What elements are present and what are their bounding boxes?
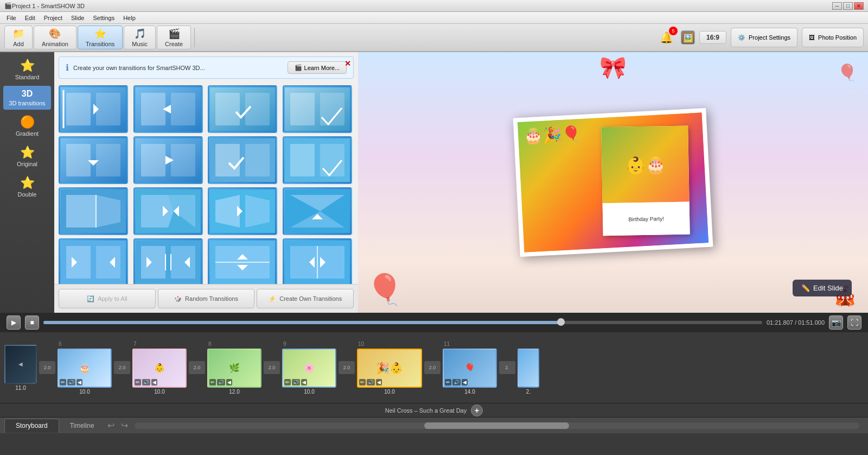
slide-thumbnail[interactable]: 🌿 ✏ 🔊 ◀ bbox=[207, 349, 261, 388]
photo-image: 👶🎂 Birthday Party! 🎂🎉🎈 bbox=[518, 112, 709, 252]
menu-edit[interactable]: Edit bbox=[21, 14, 40, 22]
category-3d[interactable]: 3D 3D transitions bbox=[3, 86, 51, 110]
animation-label: Animation bbox=[42, 41, 68, 47]
transition-connector[interactable]: 2.0 bbox=[264, 361, 280, 374]
svg-rect-20 bbox=[141, 144, 165, 176]
photo-position-button[interactable]: 🖼 Photo Position bbox=[802, 28, 864, 47]
transition-item[interactable] bbox=[133, 85, 203, 133]
tab-timeline[interactable]: Timeline bbox=[59, 419, 105, 433]
horizontal-scrollbar[interactable] bbox=[135, 422, 859, 429]
current-time: 01:21.807 bbox=[767, 319, 793, 326]
category-standard[interactable]: ⭐ Standard bbox=[3, 55, 51, 84]
slide-duration: 11.0 bbox=[15, 385, 25, 391]
transition-item[interactable] bbox=[59, 238, 128, 284]
notification-button[interactable]: 🔔 5 bbox=[657, 28, 676, 47]
progress-bar[interactable] bbox=[43, 321, 762, 324]
slide-thumbnail[interactable]: 🎈 ✏ 🔊 ◀ bbox=[443, 349, 497, 388]
transition-item[interactable] bbox=[283, 238, 352, 284]
audio-thumb-icon: 🔊 bbox=[142, 379, 150, 386]
transition-item[interactable] bbox=[208, 187, 277, 235]
music-button[interactable]: 🎵 Music bbox=[124, 26, 156, 49]
edit-slide-button[interactable]: ✏️ Edit Slide bbox=[793, 280, 852, 296]
maximize-button[interactable]: □ bbox=[843, 2, 853, 10]
play-button[interactable]: ▶ bbox=[7, 315, 21, 330]
edit-thumb-icon: ✏ bbox=[135, 379, 141, 386]
svg-marker-40 bbox=[245, 195, 270, 228]
transition-item[interactable] bbox=[208, 238, 277, 284]
add-button[interactable]: 📁 Add bbox=[4, 26, 33, 49]
create-own-transitions-button[interactable]: ⚡ Create Own Transitions bbox=[257, 289, 354, 308]
slide-thumbnail[interactable]: 🌸 ✏ 🔊 ◀ bbox=[282, 349, 336, 388]
storyboard-area: ◀ 11.0 2.0 6 🎂 ✏ 🔊 ◀ 10.0 2.0 7 👶 ✏ 🔊 ◀ bbox=[0, 332, 868, 403]
slide-thumbnail[interactable]: 👶 ✏ 🔊 ◀ bbox=[132, 349, 187, 388]
nav-thumb-icon: ◀ bbox=[76, 379, 82, 386]
stop-button[interactable]: ■ bbox=[25, 315, 39, 330]
transition-item[interactable] bbox=[133, 136, 203, 184]
random-icon: 🎲 bbox=[174, 295, 182, 302]
thumb-overlay: ✏ 🔊 ◀ bbox=[209, 379, 232, 386]
transition-connector[interactable]: 2.0 bbox=[114, 361, 130, 374]
svg-rect-27 bbox=[290, 144, 315, 176]
minimize-button[interactable]: ─ bbox=[832, 2, 842, 10]
transition-connector[interactable]: 2.0 bbox=[424, 361, 441, 374]
transition-item[interactable] bbox=[133, 187, 203, 235]
progress-thumb[interactable] bbox=[557, 318, 565, 326]
transition-item[interactable] bbox=[59, 136, 128, 184]
transitions-panel: ℹ Create your own transitions for SmartS… bbox=[54, 52, 358, 313]
slide-thumbnail[interactable]: ◀ bbox=[4, 345, 37, 384]
animation-button[interactable]: 🎨 Animation bbox=[34, 26, 76, 49]
redo-button[interactable]: ↪ bbox=[119, 419, 130, 432]
transition-item[interactable] bbox=[283, 136, 352, 184]
menu-project[interactable]: Project bbox=[40, 14, 67, 22]
add-music-button[interactable]: + bbox=[471, 405, 483, 416]
tab-storyboard[interactable]: Storyboard bbox=[4, 419, 59, 433]
transition-connector[interactable]: 2.0 bbox=[339, 361, 355, 374]
category-double[interactable]: ⭐ Double bbox=[3, 173, 51, 201]
scroll-thumb[interactable] bbox=[424, 422, 569, 429]
random-transitions-button[interactable]: 🎲 Random Transitions bbox=[158, 289, 255, 308]
undo-button[interactable]: ↩ bbox=[105, 419, 117, 432]
transition-connector[interactable]: 2.0 bbox=[39, 361, 55, 374]
learn-more-button[interactable]: 🎬 Learn More... bbox=[288, 61, 347, 74]
transitions-button[interactable]: ⭐ Transitions bbox=[78, 26, 123, 49]
transition-item[interactable] bbox=[133, 238, 203, 284]
slide-duration: 12.0 bbox=[229, 389, 239, 395]
slide-duration: 10.0 bbox=[154, 389, 164, 395]
window-controls[interactable]: ─ □ ✕ bbox=[832, 2, 864, 10]
slide-number: 8 bbox=[208, 341, 212, 347]
category-original[interactable]: ⭐ Original bbox=[3, 142, 51, 170]
gallery-button[interactable]: 🖼️ bbox=[681, 30, 695, 45]
screenshot-button[interactable]: 📷 bbox=[829, 315, 843, 330]
apply-all-icon: 🔄 bbox=[87, 295, 94, 302]
svg-marker-31 bbox=[96, 195, 120, 228]
create-button[interactable]: 🎬 Create bbox=[157, 26, 191, 49]
notification-badge: 5 bbox=[669, 27, 678, 35]
apply-all-button[interactable]: 🔄 Apply to All bbox=[59, 289, 156, 308]
menu-settings[interactable]: Settings bbox=[88, 14, 119, 22]
fullscreen-button[interactable]: ⛶ bbox=[847, 315, 861, 330]
transition-item[interactable] bbox=[208, 136, 277, 184]
transition-item[interactable] bbox=[208, 85, 277, 133]
transitions-grid-container[interactable] bbox=[54, 83, 358, 284]
transition-item[interactable] bbox=[283, 85, 352, 133]
slide-number: 7 bbox=[133, 341, 137, 347]
transition-connector[interactable]: 2.0 bbox=[189, 361, 205, 374]
svg-rect-2 bbox=[96, 93, 120, 125]
slide-duration: 14.0 bbox=[464, 389, 475, 395]
project-settings-button[interactable]: ⚙️ Project Settings bbox=[731, 28, 797, 47]
close-button[interactable]: ✕ bbox=[854, 2, 864, 10]
category-gradient[interactable]: 🟠 Gradient bbox=[3, 112, 51, 140]
slide-thumbnail-selected[interactable]: 🎉👶 ✏ 🔊 ◀ bbox=[357, 349, 422, 388]
close-banner-button[interactable]: ✕ bbox=[344, 59, 351, 68]
menu-slide[interactable]: Slide bbox=[67, 14, 88, 22]
transition-item[interactable] bbox=[59, 85, 128, 133]
transition-connector[interactable]: 2. bbox=[499, 361, 515, 374]
create-label: Create bbox=[165, 41, 183, 47]
transition-item[interactable] bbox=[59, 187, 128, 235]
slide-thumbnail[interactable] bbox=[518, 349, 539, 388]
transition-item[interactable] bbox=[283, 187, 352, 235]
svg-marker-39 bbox=[215, 195, 240, 228]
menu-file[interactable]: File bbox=[2, 14, 21, 22]
slide-thumbnail[interactable]: 🎂 ✏ 🔊 ◀ bbox=[58, 349, 112, 388]
menu-help[interactable]: Help bbox=[119, 14, 140, 22]
